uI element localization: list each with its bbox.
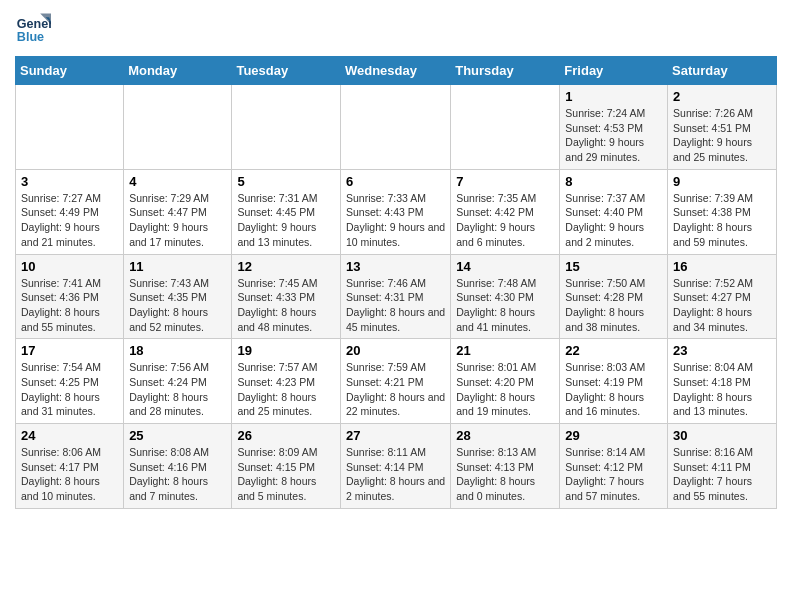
day-info: Sunrise: 7:31 AM Sunset: 4:45 PM Dayligh… <box>237 191 335 250</box>
day-info: Sunrise: 7:37 AM Sunset: 4:40 PM Dayligh… <box>565 191 662 250</box>
day-info: Sunrise: 7:52 AM Sunset: 4:27 PM Dayligh… <box>673 276 771 335</box>
day-number: 29 <box>565 428 662 443</box>
calendar-cell: 9Sunrise: 7:39 AM Sunset: 4:38 PM Daylig… <box>668 169 777 254</box>
header-monday: Monday <box>124 57 232 85</box>
day-number: 19 <box>237 343 335 358</box>
day-info: Sunrise: 7:33 AM Sunset: 4:43 PM Dayligh… <box>346 191 445 250</box>
day-info: Sunrise: 7:29 AM Sunset: 4:47 PM Dayligh… <box>129 191 226 250</box>
day-number: 13 <box>346 259 445 274</box>
calendar-header-row: SundayMondayTuesdayWednesdayThursdayFrid… <box>16 57 777 85</box>
day-info: Sunrise: 7:27 AM Sunset: 4:49 PM Dayligh… <box>21 191 118 250</box>
calendar-cell: 22Sunrise: 8:03 AM Sunset: 4:19 PM Dayli… <box>560 339 668 424</box>
calendar-cell: 30Sunrise: 8:16 AM Sunset: 4:11 PM Dayli… <box>668 424 777 509</box>
day-info: Sunrise: 7:54 AM Sunset: 4:25 PM Dayligh… <box>21 360 118 419</box>
day-number: 8 <box>565 174 662 189</box>
calendar-cell <box>340 85 450 170</box>
logo: General Blue <box>15 10 55 46</box>
header: General Blue <box>15 10 777 46</box>
calendar-cell: 1Sunrise: 7:24 AM Sunset: 4:53 PM Daylig… <box>560 85 668 170</box>
day-info: Sunrise: 7:26 AM Sunset: 4:51 PM Dayligh… <box>673 106 771 165</box>
day-number: 17 <box>21 343 118 358</box>
day-info: Sunrise: 8:01 AM Sunset: 4:20 PM Dayligh… <box>456 360 554 419</box>
calendar-cell: 16Sunrise: 7:52 AM Sunset: 4:27 PM Dayli… <box>668 254 777 339</box>
calendar-cell: 19Sunrise: 7:57 AM Sunset: 4:23 PM Dayli… <box>232 339 341 424</box>
day-info: Sunrise: 7:48 AM Sunset: 4:30 PM Dayligh… <box>456 276 554 335</box>
calendar-cell: 27Sunrise: 8:11 AM Sunset: 4:14 PM Dayli… <box>340 424 450 509</box>
day-number: 21 <box>456 343 554 358</box>
calendar-cell: 15Sunrise: 7:50 AM Sunset: 4:28 PM Dayli… <box>560 254 668 339</box>
calendar-cell: 8Sunrise: 7:37 AM Sunset: 4:40 PM Daylig… <box>560 169 668 254</box>
svg-text:Blue: Blue <box>17 30 44 44</box>
calendar-cell: 14Sunrise: 7:48 AM Sunset: 4:30 PM Dayli… <box>451 254 560 339</box>
calendar-cell: 5Sunrise: 7:31 AM Sunset: 4:45 PM Daylig… <box>232 169 341 254</box>
calendar-cell: 13Sunrise: 7:46 AM Sunset: 4:31 PM Dayli… <box>340 254 450 339</box>
day-number: 9 <box>673 174 771 189</box>
day-number: 24 <box>21 428 118 443</box>
calendar-cell: 28Sunrise: 8:13 AM Sunset: 4:13 PM Dayli… <box>451 424 560 509</box>
day-info: Sunrise: 7:50 AM Sunset: 4:28 PM Dayligh… <box>565 276 662 335</box>
day-info: Sunrise: 7:59 AM Sunset: 4:21 PM Dayligh… <box>346 360 445 419</box>
day-number: 5 <box>237 174 335 189</box>
day-number: 20 <box>346 343 445 358</box>
calendar-cell: 29Sunrise: 8:14 AM Sunset: 4:12 PM Dayli… <box>560 424 668 509</box>
calendar-cell: 3Sunrise: 7:27 AM Sunset: 4:49 PM Daylig… <box>16 169 124 254</box>
day-info: Sunrise: 7:39 AM Sunset: 4:38 PM Dayligh… <box>673 191 771 250</box>
day-info: Sunrise: 8:06 AM Sunset: 4:17 PM Dayligh… <box>21 445 118 504</box>
calendar-cell <box>451 85 560 170</box>
week-row-1: 3Sunrise: 7:27 AM Sunset: 4:49 PM Daylig… <box>16 169 777 254</box>
header-sunday: Sunday <box>16 57 124 85</box>
calendar-table: SundayMondayTuesdayWednesdayThursdayFrid… <box>15 56 777 509</box>
day-number: 11 <box>129 259 226 274</box>
calendar-cell: 7Sunrise: 7:35 AM Sunset: 4:42 PM Daylig… <box>451 169 560 254</box>
day-number: 18 <box>129 343 226 358</box>
day-info: Sunrise: 8:13 AM Sunset: 4:13 PM Dayligh… <box>456 445 554 504</box>
calendar-cell: 18Sunrise: 7:56 AM Sunset: 4:24 PM Dayli… <box>124 339 232 424</box>
calendar-cell <box>232 85 341 170</box>
day-number: 6 <box>346 174 445 189</box>
day-number: 14 <box>456 259 554 274</box>
day-info: Sunrise: 8:09 AM Sunset: 4:15 PM Dayligh… <box>237 445 335 504</box>
day-number: 22 <box>565 343 662 358</box>
calendar-cell <box>124 85 232 170</box>
day-number: 12 <box>237 259 335 274</box>
calendar-cell: 23Sunrise: 8:04 AM Sunset: 4:18 PM Dayli… <box>668 339 777 424</box>
day-info: Sunrise: 8:04 AM Sunset: 4:18 PM Dayligh… <box>673 360 771 419</box>
day-number: 2 <box>673 89 771 104</box>
week-row-2: 10Sunrise: 7:41 AM Sunset: 4:36 PM Dayli… <box>16 254 777 339</box>
calendar-cell: 12Sunrise: 7:45 AM Sunset: 4:33 PM Dayli… <box>232 254 341 339</box>
day-info: Sunrise: 8:16 AM Sunset: 4:11 PM Dayligh… <box>673 445 771 504</box>
calendar-cell: 10Sunrise: 7:41 AM Sunset: 4:36 PM Dayli… <box>16 254 124 339</box>
day-number: 16 <box>673 259 771 274</box>
day-info: Sunrise: 8:11 AM Sunset: 4:14 PM Dayligh… <box>346 445 445 504</box>
day-info: Sunrise: 7:35 AM Sunset: 4:42 PM Dayligh… <box>456 191 554 250</box>
day-info: Sunrise: 7:46 AM Sunset: 4:31 PM Dayligh… <box>346 276 445 335</box>
calendar-cell: 24Sunrise: 8:06 AM Sunset: 4:17 PM Dayli… <box>16 424 124 509</box>
calendar-cell: 21Sunrise: 8:01 AM Sunset: 4:20 PM Dayli… <box>451 339 560 424</box>
day-number: 25 <box>129 428 226 443</box>
week-row-0: 1Sunrise: 7:24 AM Sunset: 4:53 PM Daylig… <box>16 85 777 170</box>
day-info: Sunrise: 7:57 AM Sunset: 4:23 PM Dayligh… <box>237 360 335 419</box>
day-info: Sunrise: 7:45 AM Sunset: 4:33 PM Dayligh… <box>237 276 335 335</box>
week-row-4: 24Sunrise: 8:06 AM Sunset: 4:17 PM Dayli… <box>16 424 777 509</box>
calendar-cell: 20Sunrise: 7:59 AM Sunset: 4:21 PM Dayli… <box>340 339 450 424</box>
day-info: Sunrise: 7:24 AM Sunset: 4:53 PM Dayligh… <box>565 106 662 165</box>
header-wednesday: Wednesday <box>340 57 450 85</box>
day-number: 23 <box>673 343 771 358</box>
day-info: Sunrise: 7:41 AM Sunset: 4:36 PM Dayligh… <box>21 276 118 335</box>
header-saturday: Saturday <box>668 57 777 85</box>
calendar-cell: 6Sunrise: 7:33 AM Sunset: 4:43 PM Daylig… <box>340 169 450 254</box>
header-thursday: Thursday <box>451 57 560 85</box>
day-number: 15 <box>565 259 662 274</box>
day-number: 27 <box>346 428 445 443</box>
day-info: Sunrise: 8:08 AM Sunset: 4:16 PM Dayligh… <box>129 445 226 504</box>
calendar-cell: 4Sunrise: 7:29 AM Sunset: 4:47 PM Daylig… <box>124 169 232 254</box>
day-number: 4 <box>129 174 226 189</box>
day-number: 26 <box>237 428 335 443</box>
day-number: 30 <box>673 428 771 443</box>
day-number: 7 <box>456 174 554 189</box>
calendar-cell: 2Sunrise: 7:26 AM Sunset: 4:51 PM Daylig… <box>668 85 777 170</box>
calendar-cell: 26Sunrise: 8:09 AM Sunset: 4:15 PM Dayli… <box>232 424 341 509</box>
day-info: Sunrise: 8:14 AM Sunset: 4:12 PM Dayligh… <box>565 445 662 504</box>
calendar-cell: 11Sunrise: 7:43 AM Sunset: 4:35 PM Dayli… <box>124 254 232 339</box>
day-info: Sunrise: 8:03 AM Sunset: 4:19 PM Dayligh… <box>565 360 662 419</box>
